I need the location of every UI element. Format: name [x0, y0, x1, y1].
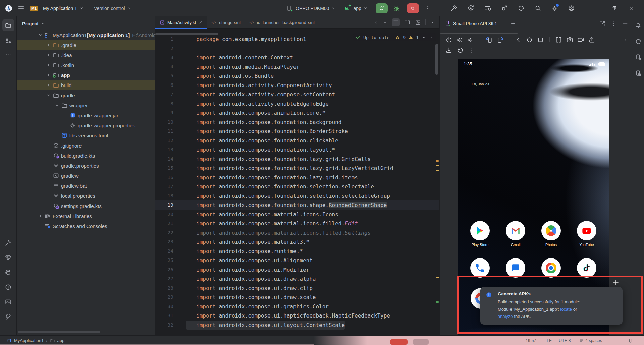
app-music-app[interactable]	[569, 258, 604, 278]
rot-r-button[interactable]	[496, 36, 504, 44]
split-view-button[interactable]	[404, 19, 411, 26]
editor-options-icon[interactable]	[430, 20, 435, 25]
code-line[interactable]: 32import androidx.compose.ui.layout.Cont…	[155, 321, 439, 330]
code-line[interactable]: 21import androidx.compose.material.icons…	[155, 219, 439, 228]
device-selector[interactable]: OPPO PDKM00	[296, 6, 336, 11]
line-separator[interactable]: LF	[547, 336, 552, 345]
main-menu-icon[interactable]	[17, 5, 25, 12]
recorder-stop-button[interactable]	[390, 339, 408, 345]
chevron-icon[interactable]	[45, 72, 52, 78]
code-line[interactable]: 23import androidx.compose.material3.*	[155, 237, 439, 247]
tree-item[interactable]: gradle	[17, 90, 155, 100]
layout-inspector-tool-button[interactable]	[634, 69, 642, 77]
tree-item[interactable]: .gitignore	[17, 140, 155, 151]
inspection-widget[interactable]: Up-to-date 9 1	[353, 33, 436, 41]
previous-issue-icon[interactable]	[421, 35, 426, 40]
code-line[interactable]: 16import androidx.compose.foundation.laz…	[155, 173, 439, 182]
annotation-plus-icon[interactable]	[612, 278, 620, 286]
tree-item[interactable]: libs.versions.toml	[17, 130, 155, 140]
fold-button[interactable]	[555, 36, 562, 44]
tree-item[interactable]: MyApplication1 [My Application 1]E:\Andr…	[17, 30, 155, 40]
chevron-icon[interactable]	[45, 42, 52, 48]
settings-gear-icon[interactable]	[551, 5, 558, 12]
code-line[interactable]: 14import androidx.compose.foundation.laz…	[155, 155, 439, 164]
tab-strings.xml[interactable]: </>strings.xml	[207, 16, 245, 28]
upload-button[interactable]	[588, 36, 596, 44]
vol-up-button[interactable]	[456, 36, 464, 44]
resource-shapes-tool-button[interactable]	[2, 34, 14, 46]
close-device-tab-icon[interactable]	[500, 21, 505, 26]
gradle-sync-icon[interactable]	[518, 5, 525, 12]
minimize-button[interactable]	[588, 0, 605, 16]
app-chrome-app[interactable]	[533, 258, 569, 278]
code-line[interactable]: 11import androidx.compose.foundation.Bor…	[155, 127, 439, 136]
app-messages-app[interactable]	[498, 258, 533, 278]
build-log-icon[interactable]	[484, 5, 491, 12]
file-encoding[interactable]: UTF-8	[559, 336, 571, 345]
power-button[interactable]	[445, 36, 453, 44]
nav-home-button[interactable]	[526, 36, 533, 44]
tree-item[interactable]: External Libraries	[17, 211, 155, 221]
code-line[interactable]: 3import android.content.Context	[155, 53, 439, 62]
screenshot-button[interactable]	[566, 36, 574, 44]
project-horizontal-scrollbar[interactable]	[18, 331, 100, 333]
debug-button[interactable]	[392, 4, 400, 12]
device-mirror-indicator[interactable]	[628, 336, 634, 345]
nav-back-button[interactable]	[515, 36, 522, 44]
ai-assistant-icon[interactable]	[467, 5, 474, 12]
code-line[interactable]: 22import androidx.compose.material.icons…	[155, 228, 439, 238]
tree-item[interactable]: .gradle	[17, 40, 155, 50]
add-device-tab-icon[interactable]	[510, 21, 516, 26]
code-line[interactable]: 12import androidx.compose.foundation.cli…	[155, 136, 439, 146]
tabs-dropdown-icon[interactable]	[382, 20, 388, 25]
code-line[interactable]: 20import androidx.compose.material.icons…	[155, 210, 439, 219]
version-control-menu[interactable]: Version control	[94, 6, 132, 11]
zoom-button[interactable]	[624, 36, 632, 44]
terminal-tool-button[interactable]	[2, 296, 14, 308]
recorder-pause-button[interactable]	[413, 339, 429, 345]
rerun-button[interactable]	[376, 3, 388, 13]
tree-item[interactable]: build	[17, 80, 155, 90]
chevron-icon[interactable]	[54, 102, 60, 109]
tree-item[interactable]: local.properties	[17, 191, 155, 201]
tree-item[interactable]: gradle-wrapper.jar	[17, 110, 155, 120]
chevron-icon[interactable]	[45, 62, 52, 68]
hammer-icon[interactable]	[450, 5, 458, 12]
editor-scrollbar[interactable]	[435, 44, 438, 75]
chevron-icon[interactable]	[37, 213, 44, 219]
more-dots-tool-button[interactable]	[2, 49, 14, 61]
git-branch-tool-button[interactable]	[2, 310, 14, 323]
device-panel-scrollbar[interactable]	[440, 33, 518, 34]
project-folder-tool-button[interactable]	[2, 19, 14, 31]
gem-tool-button[interactable]	[2, 251, 14, 264]
search-icon[interactable]	[534, 5, 541, 12]
code-line[interactable]: 30import androidx.compose.ui.graphics.Co…	[155, 302, 439, 311]
code-line[interactable]: 10import androidx.compose.foundation.bac…	[155, 118, 439, 127]
code-view-button[interactable]	[392, 18, 400, 26]
code-line[interactable]: 8import androidx.activity.enableEdgeToEd…	[155, 99, 439, 109]
breadcrumb[interactable]: MyApplication1 › app	[7, 336, 64, 345]
scroll-tabs-left-icon[interactable]	[373, 20, 378, 25]
tree-item[interactable]: .idea	[17, 50, 155, 60]
chevron-icon[interactable]	[45, 92, 52, 99]
logcat-tool-button[interactable]	[2, 266, 14, 278]
profiler-icon[interactable]	[501, 5, 508, 12]
code-line[interactable]: 27import androidx.compose.ui.draw.alpha	[155, 274, 439, 284]
project-panel-header[interactable]: Project	[17, 16, 155, 30]
device-manager-tool-button[interactable]	[634, 53, 642, 61]
code-line[interactable]: 15import androidx.compose.foundation.laz…	[155, 164, 439, 173]
design-view-button[interactable]	[415, 19, 421, 26]
code-line[interactable]: 7import androidx.activity.compose.setCon…	[155, 90, 439, 99]
account-icon[interactable]	[568, 5, 575, 12]
gradle-elephant-tool-button[interactable]	[634, 37, 642, 45]
app-Photos[interactable]: Photos	[533, 221, 569, 247]
hide-panel-icon[interactable]	[622, 20, 629, 27]
open-in-window-icon[interactable]	[599, 20, 606, 27]
indent-setting[interactable]: 4 spaces	[579, 336, 602, 345]
record-button[interactable]	[577, 36, 585, 44]
tree-item[interactable]: wrapper	[17, 100, 155, 110]
code-line[interactable]: 28import androidx.compose.ui.draw.clip	[155, 284, 439, 293]
bell-tool-button[interactable]	[634, 21, 642, 29]
app-phone-app[interactable]	[462, 258, 498, 278]
hammer-tool-button[interactable]	[2, 237, 14, 249]
